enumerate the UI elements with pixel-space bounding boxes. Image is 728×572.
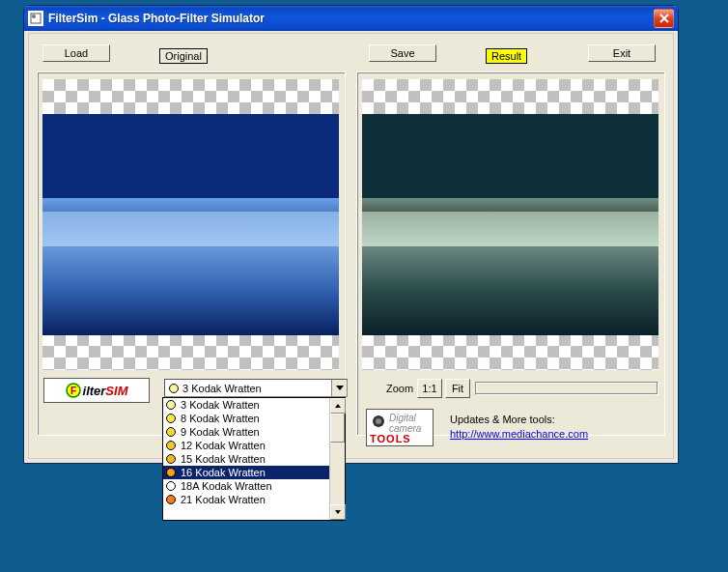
filter-option-label: 12 Kodak Wratten <box>181 440 266 451</box>
filter-option[interactable]: 15 Kodak Wratten <box>163 452 329 466</box>
color-swatch-icon <box>166 468 176 477</box>
filter-option[interactable]: 3 Kodak Wratten <box>163 398 329 412</box>
color-swatch-icon <box>166 427 176 437</box>
updates-label: Updates & More tools: <box>450 414 555 425</box>
filter-option-label: 15 Kodak Wratten <box>181 453 266 465</box>
zoom-1-1-button[interactable]: 1:1 <box>417 379 442 398</box>
result-image-pane[interactable] <box>362 79 658 370</box>
filter-dropdown-list[interactable]: 3 Kodak Wratten8 Kodak Wratten9 Kodak Wr… <box>162 397 346 521</box>
app-icon <box>28 11 43 26</box>
filter-option[interactable]: 9 Kodak Wratten <box>163 425 329 439</box>
filter-option[interactable]: 18A Kodak Wratten <box>163 479 329 493</box>
scroll-thumb[interactable] <box>330 414 345 443</box>
svg-rect-0 <box>30 13 42 24</box>
filter-option-label: 18A Kodak Wratten <box>181 480 272 492</box>
color-swatch-icon <box>166 400 176 410</box>
logo-prefix: ilter <box>83 384 106 398</box>
color-swatch-icon <box>166 495 176 504</box>
zoom-fit-button[interactable]: Fit <box>445 379 470 398</box>
filter-option-label: 3 Kodak Wratten <box>181 399 260 411</box>
filter-option-label: 16 Kodak Wratten <box>181 467 266 478</box>
exit-button[interactable]: Exit <box>588 44 656 62</box>
scroll-down-button[interactable] <box>330 504 346 520</box>
tools-line3: TOOLS <box>370 434 430 444</box>
client-area: Load Original Save Result Exit F ilterSI… <box>28 33 674 459</box>
result-label: Result <box>486 48 527 64</box>
camera-icon <box>370 413 387 430</box>
svg-point-2 <box>32 14 36 18</box>
filter-combo[interactable]: 3 Kodak Wratten <box>164 379 348 397</box>
filter-option-label: 8 Kodak Wratten <box>181 413 260 424</box>
zoom-label: Zoom <box>386 383 413 394</box>
filtersim-logo: F ilterSIM <box>43 378 150 403</box>
digital-camera-tools-logo: Digital camera TOOLS <box>366 409 434 446</box>
dropdown-scrollbar[interactable] <box>329 398 345 520</box>
color-swatch-icon <box>166 414 176 423</box>
original-image-pane[interactable] <box>42 79 339 370</box>
close-button[interactable] <box>654 9 674 28</box>
chevron-down-icon <box>331 380 347 396</box>
result-image <box>362 114 658 335</box>
color-swatch-icon <box>166 441 176 450</box>
app-window: FilterSim - Glass Photo-Filter Simulator… <box>23 5 679 464</box>
filter-option[interactable]: 21 Kodak Wratten <box>163 493 329 506</box>
window-title: FilterSim - Glass Photo-Filter Simulator <box>48 12 654 25</box>
filter-option[interactable]: 8 Kodak Wratten <box>163 412 329 425</box>
load-button[interactable]: Load <box>42 44 110 62</box>
svg-point-6 <box>376 418 381 424</box>
original-image <box>42 114 339 335</box>
svg-text:F: F <box>70 386 75 396</box>
tools-line1: Digital <box>389 413 421 423</box>
zoom-track[interactable] <box>475 382 658 395</box>
filter-option-label: 21 Kodak Wratten <box>181 494 266 505</box>
filter-option[interactable]: 12 Kodak Wratten <box>163 439 329 452</box>
logo-suffix: SIM <box>105 384 127 398</box>
filter-combo-selected: 3 Kodak Wratten <box>182 383 331 394</box>
save-button[interactable]: Save <box>369 44 436 62</box>
titlebar: FilterSim - Glass Photo-Filter Simulator <box>24 6 678 31</box>
updates-link[interactable]: http://www.mediachance.com <box>450 428 588 440</box>
filter-option-label: 9 Kodak Wratten <box>181 426 260 438</box>
color-swatch-icon <box>166 454 176 464</box>
scroll-up-button[interactable] <box>330 398 346 414</box>
filter-option[interactable]: 16 Kodak Wratten <box>163 466 329 479</box>
original-label: Original <box>159 48 208 64</box>
color-swatch-icon <box>166 481 176 491</box>
filter-swatch-icon <box>169 384 179 393</box>
